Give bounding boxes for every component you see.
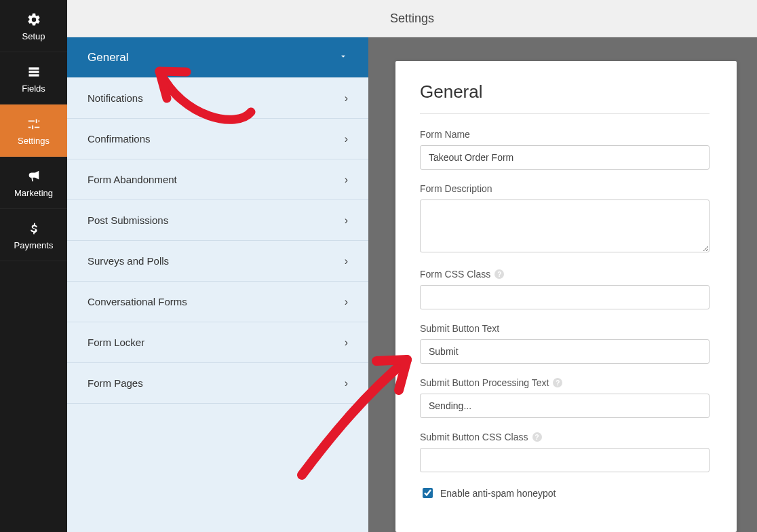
page-title: Settings <box>390 12 434 26</box>
bullhorn-icon <box>25 168 43 185</box>
nav-item-setup[interactable]: Setup <box>0 0 67 52</box>
nav-item-fields[interactable]: Fields <box>0 52 67 104</box>
field-submit-processing: Submit Button Processing Text ? <box>420 377 710 418</box>
chevron-down-icon <box>338 52 348 64</box>
settings-item-label: Form Abandonment <box>88 174 177 185</box>
settings-item-form-locker[interactable]: Form Locker › <box>67 322 368 363</box>
help-icon[interactable]: ? <box>494 269 504 279</box>
settings-sidebar: General Notifications › Confirmations › … <box>67 37 368 532</box>
settings-item-form-abandonment[interactable]: Form Abandonment › <box>67 159 368 200</box>
settings-item-label: Confirmations <box>88 133 151 145</box>
nav-item-payments[interactable]: Payments <box>0 209 67 261</box>
nav-item-label: Marketing <box>14 188 53 198</box>
form-description-input[interactable] <box>420 200 710 252</box>
field-label: Submit Button CSS Class ? <box>420 432 710 442</box>
chevron-right-icon: › <box>345 255 348 267</box>
svg-rect-2 <box>28 74 39 76</box>
field-label: Submit Button Text <box>420 323 710 334</box>
settings-item-label: Surveys and Polls <box>88 255 169 267</box>
field-form-description: Form Description <box>420 183 710 255</box>
main-area: General Form Name Form Description Form … <box>368 37 757 532</box>
chevron-right-icon: › <box>345 337 348 349</box>
honeypot-label: Enable anti-spam honeypot <box>440 488 556 499</box>
chevron-right-icon: › <box>345 133 348 145</box>
nav-item-label: Setup <box>22 31 45 41</box>
settings-item-label: General <box>88 51 128 64</box>
chevron-right-icon: › <box>345 296 348 308</box>
field-label: Form CSS Class ? <box>420 269 710 280</box>
settings-item-label: Post Submissions <box>88 214 168 226</box>
primary-nav: Setup Fields Settings Marketing Payments <box>0 0 67 532</box>
honeypot-checkbox-row: Enable anti-spam honeypot <box>420 486 710 500</box>
form-css-class-input[interactable] <box>420 285 710 309</box>
panel-title: General <box>420 81 710 114</box>
list-icon <box>25 63 43 81</box>
submit-processing-input[interactable] <box>420 394 710 418</box>
gear-icon <box>25 11 43 28</box>
submit-css-class-input[interactable] <box>420 448 710 472</box>
help-icon[interactable]: ? <box>532 432 542 442</box>
chevron-right-icon: › <box>345 174 348 186</box>
nav-item-settings[interactable]: Settings <box>0 104 67 157</box>
settings-item-label: Form Locker <box>88 337 144 348</box>
settings-item-notifications[interactable]: Notifications › <box>67 78 368 119</box>
field-form-css-class: Form CSS Class ? <box>420 269 710 309</box>
settings-item-label: Conversational Forms <box>88 296 187 307</box>
settings-item-label: Notifications <box>88 92 143 104</box>
field-submit-css-class: Submit Button CSS Class ? <box>420 432 710 472</box>
settings-item-label: Form Pages <box>88 377 143 389</box>
settings-panel: General Form Name Form Description Form … <box>395 61 737 532</box>
settings-item-surveys-polls[interactable]: Surveys and Polls › <box>67 241 368 282</box>
chevron-right-icon: › <box>345 214 348 227</box>
settings-item-post-submissions[interactable]: Post Submissions › <box>67 200 368 241</box>
nav-item-marketing[interactable]: Marketing <box>0 157 67 209</box>
svg-rect-1 <box>28 71 39 73</box>
field-label: Submit Button Processing Text ? <box>420 377 710 388</box>
chevron-right-icon: › <box>345 377 348 390</box>
sliders-icon <box>25 115 43 133</box>
nav-item-label: Payments <box>14 240 54 250</box>
field-submit-text: Submit Button Text <box>420 323 710 364</box>
svg-rect-0 <box>28 67 39 69</box>
settings-item-confirmations[interactable]: Confirmations › <box>67 119 368 159</box>
settings-item-general[interactable]: General <box>67 37 368 78</box>
submit-text-input[interactable] <box>420 339 710 364</box>
help-icon[interactable]: ? <box>553 378 562 387</box>
settings-item-form-pages[interactable]: Form Pages › <box>67 363 368 404</box>
honeypot-checkbox[interactable] <box>423 488 433 498</box>
form-name-input[interactable] <box>420 145 710 170</box>
chevron-right-icon: › <box>345 92 348 104</box>
field-label: Form Description <box>420 183 710 194</box>
settings-item-conversational-forms[interactable]: Conversational Forms › <box>67 282 368 322</box>
nav-item-label: Settings <box>18 136 50 146</box>
dollar-icon <box>25 220 43 238</box>
page-header: Settings <box>67 0 757 37</box>
nav-item-label: Fields <box>22 83 45 94</box>
field-form-name: Form Name <box>420 129 710 170</box>
field-label: Form Name <box>420 129 710 140</box>
